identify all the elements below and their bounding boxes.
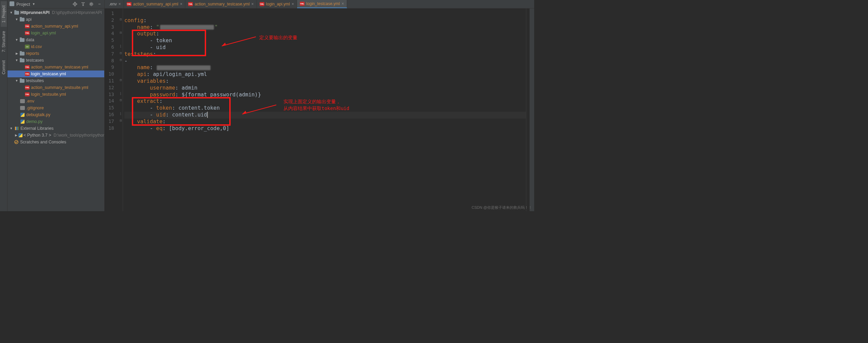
tree-external-libs[interactable]: ▼ External Libraries — [7, 125, 104, 132]
marker-bar[interactable] — [529, 9, 534, 211]
tree-file[interactable]: YML login_testsuite.yml — [7, 91, 104, 98]
annotation-arrow — [218, 35, 259, 49]
tree-file[interactable]: demo.py — [7, 118, 104, 125]
annotation-arrow — [239, 103, 280, 117]
close-icon[interactable]: × — [342, 1, 344, 6]
tree-folder-testsuites[interactable]: ▼ testsuites — [7, 77, 104, 84]
svg-marker-14 — [222, 43, 226, 46]
close-icon[interactable]: × — [251, 2, 254, 6]
tree-folder-api[interactable]: ▼ api — [7, 16, 104, 23]
project-panel-header: Project ▼ － — [7, 0, 104, 9]
editor-tab[interactable]: YML action_summary_api.yml × — [124, 0, 186, 8]
gear-icon[interactable] — [89, 1, 94, 7]
close-icon[interactable]: × — [180, 2, 182, 6]
tree-file[interactable]: YML action_summary_api.yml — [7, 23, 104, 30]
right-margin — [526, 9, 529, 211]
code-content[interactable]: config: name: "" output: - token - uid t… — [123, 9, 526, 211]
svg-rect-10 — [16, 127, 17, 130]
editor-tab[interactable]: .env × — [105, 0, 124, 8]
tree-file-selected[interactable]: YML login_testcase.yml — [7, 71, 104, 77]
fold-gutter[interactable]: ⊟⊟⌊ ⊟⊟⊟ ⌊⊟⌊⊟ — [119, 9, 123, 211]
svg-rect-0 — [10, 1, 14, 6]
svg-point-2 — [75, 4, 75, 4]
tree-file[interactable]: debugtalk.py — [7, 111, 104, 118]
svg-line-15 — [242, 105, 276, 114]
annotation-text: 实现上面定义的输出变量， 从内容结果中获取token和uid — [283, 98, 349, 112]
tool-window-bar: 1: Project 7: Structure Commit — [0, 0, 7, 211]
tree-file[interactable]: YML action_summary_testsuite.yml — [7, 84, 104, 91]
project-icon — [10, 1, 14, 7]
project-tree: ▼ HttprunnerAPI D:\git\python\Httprunner… — [7, 9, 104, 211]
editor-area: .env × YML action_summary_api.yml × YML … — [105, 0, 534, 211]
hide-icon[interactable]: － — [97, 1, 102, 7]
sidebar-tab-project[interactable]: 1: Project — [1, 1, 7, 27]
tree-file[interactable]: .env — [7, 98, 104, 105]
editor-tab[interactable]: YML login_api.yml × — [257, 0, 297, 8]
collapse-all-icon[interactable] — [80, 1, 86, 7]
code-editor[interactable]: 123456 789101112 131415161718 ⊟⊟⌊ ⊟⊟⊟ ⌊⊟… — [105, 9, 534, 211]
locate-icon[interactable] — [72, 1, 78, 7]
tree-folder-data[interactable]: ▼ data — [7, 36, 104, 43]
annotation-text: 定义要输出的变量 — [259, 34, 297, 41]
svg-marker-16 — [242, 111, 246, 114]
project-panel: Project ▼ － ▼ HttprunnerAPI D:\git — [7, 0, 105, 211]
close-icon[interactable]: × — [292, 2, 294, 6]
sidebar-tab-commit[interactable]: Commit — [1, 56, 7, 78]
project-title: Project — [16, 2, 30, 7]
line-number-gutter: 123456 789101112 131415161718 — [105, 9, 119, 211]
svg-point-8 — [91, 3, 92, 5]
close-icon[interactable]: × — [119, 2, 121, 6]
svg-line-13 — [222, 37, 256, 46]
tree-folder-testcases[interactable]: ▼ testcases — [7, 57, 104, 64]
tree-folder-reports[interactable]: ▶ reports — [7, 50, 104, 57]
tree-file[interactable]: YML login_api.yml — [7, 30, 104, 36]
tree-file[interactable]: YML action_summary_testcase.yml — [7, 64, 104, 71]
chevron-down-icon[interactable]: ▼ — [32, 2, 35, 6]
tree-python-sdk[interactable]: ▶ < Python 3.7 > D:\work_tools\python\py… — [7, 132, 104, 139]
sidebar-tab-structure[interactable]: 7: Structure — [1, 27, 7, 56]
editor-tab[interactable]: YML action_summary_testcase.yml × — [185, 0, 257, 8]
tree-scratches[interactable]: Scratches and Consoles — [7, 139, 104, 145]
editor-tab-active[interactable]: YML login_testcase.yml × — [297, 0, 347, 8]
editor-tab-bar: .env × YML action_summary_api.yml × YML … — [105, 0, 534, 9]
svg-rect-11 — [18, 127, 19, 130]
watermark: CSDN @你是猴子请来的救兵吗！！ — [472, 205, 532, 210]
tree-file[interactable]: .gitignore — [7, 105, 104, 111]
tree-root[interactable]: ▼ HttprunnerAPI D:\git\python\Httprunner… — [7, 9, 104, 16]
svg-rect-9 — [15, 127, 16, 130]
tree-file[interactable]: csv id.csv — [7, 43, 104, 50]
